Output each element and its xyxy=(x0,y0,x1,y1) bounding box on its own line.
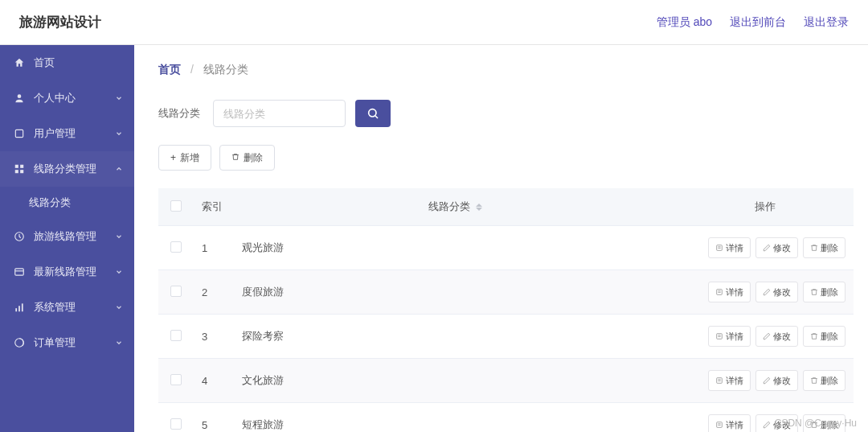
main: 首页 / 线路分类 线路分类 + 新增 xyxy=(134,45,868,432)
row-index: 5 xyxy=(194,403,234,433)
col-index[interactable]: 索引 xyxy=(194,188,234,226)
edit-label: 修改 xyxy=(773,375,791,387)
row-checkbox[interactable] xyxy=(170,330,182,341)
svg-rect-10 xyxy=(18,306,20,311)
row-checkbox[interactable] xyxy=(170,286,182,297)
trash-icon xyxy=(810,288,818,296)
user-icon xyxy=(13,92,26,105)
order-icon xyxy=(13,336,26,349)
row-ops: 详情修改删除 xyxy=(685,282,845,302)
detail-button[interactable]: 详情 xyxy=(708,370,751,391)
trash-icon xyxy=(810,376,818,385)
edit-button[interactable]: 修改 xyxy=(755,326,798,347)
table-row: 2度假旅游详情修改删除 xyxy=(158,270,854,315)
col-category[interactable]: 线路分类 xyxy=(234,188,677,226)
detail-icon xyxy=(715,332,723,340)
edit-button[interactable]: 修改 xyxy=(755,370,798,391)
new-icon xyxy=(13,265,26,278)
chevron-down-icon xyxy=(115,128,123,140)
sidebar: 首页个人中心用户管理线路分类管理线路分类旅游线路管理最新线路管理系统管理订单管理 xyxy=(0,45,134,432)
svg-point-0 xyxy=(18,94,22,98)
row-delete-button[interactable]: 删除 xyxy=(803,237,845,258)
detail-label: 详情 xyxy=(726,242,743,254)
breadcrumb-sep: / xyxy=(190,63,194,76)
detail-button[interactable]: 详情 xyxy=(708,414,751,432)
row-delete-label: 删除 xyxy=(821,331,838,343)
edit-label: 修改 xyxy=(773,331,791,343)
search-button[interactable] xyxy=(355,100,391,127)
breadcrumb-home[interactable]: 首页 xyxy=(158,63,181,76)
logout-link[interactable]: 退出登录 xyxy=(804,15,849,30)
detail-button[interactable]: 详情 xyxy=(708,282,751,302)
svg-line-14 xyxy=(375,116,378,118)
edit-icon xyxy=(763,332,771,340)
row-ops: 详情修改删除 xyxy=(685,237,845,258)
delete-button[interactable]: 删除 xyxy=(219,145,275,171)
row-delete-label: 删除 xyxy=(821,375,838,387)
watermark: CSDN @Casey·Hu xyxy=(775,418,857,429)
detail-icon xyxy=(715,288,723,296)
category-filter-input[interactable] xyxy=(213,100,346,127)
table-row: 1观光旅游详情修改删除 xyxy=(158,226,854,270)
sidebar-item-label: 订单管理 xyxy=(34,335,115,350)
sidebar-item-label: 最新线路管理 xyxy=(34,265,115,279)
sidebar-item-0[interactable]: 首页 xyxy=(0,45,134,80)
row-delete-button[interactable]: 删除 xyxy=(803,326,845,347)
chevron-down-icon xyxy=(115,337,123,349)
add-button[interactable]: + 新增 xyxy=(158,145,211,171)
edit-button[interactable]: 修改 xyxy=(755,282,798,302)
svg-rect-9 xyxy=(15,308,17,311)
chevron-down-icon xyxy=(115,266,123,278)
filter-row: 线路分类 xyxy=(158,100,854,127)
svg-rect-4 xyxy=(15,170,18,173)
chevron-down-icon xyxy=(115,93,123,105)
data-table: 索引 线路分类 操作 1观光旅游详情修改删除2度假旅游详情修改删除3探险考察详情… xyxy=(158,188,854,432)
svg-rect-7 xyxy=(15,269,24,275)
detail-label: 详情 xyxy=(726,375,743,387)
to-frontend-link[interactable]: 退出到前台 xyxy=(730,15,786,30)
admin-link[interactable]: 管理员 abo xyxy=(657,15,712,30)
select-all-checkbox[interactable] xyxy=(170,200,182,212)
edit-icon xyxy=(763,421,771,429)
trash-icon xyxy=(810,332,818,340)
detail-button[interactable]: 详情 xyxy=(708,326,751,347)
row-delete-label: 删除 xyxy=(821,242,838,254)
edit-label: 修改 xyxy=(773,286,791,298)
row-delete-label: 删除 xyxy=(821,286,838,298)
svg-rect-5 xyxy=(20,170,23,173)
header: 旅游网站设计 管理员 abo 退出到前台 退出登录 xyxy=(0,0,868,45)
row-category: 文化旅游 xyxy=(234,359,677,403)
table-row: 5短程旅游详情修改删除 xyxy=(158,403,854,433)
sidebar-item-6[interactable]: 系统管理 xyxy=(0,290,134,325)
sidebar-item-label: 用户管理 xyxy=(34,126,115,141)
category-icon xyxy=(13,163,26,175)
site-title: 旅游网站设计 xyxy=(19,13,101,31)
sidebar-item-2[interactable]: 用户管理 xyxy=(0,116,134,151)
edit-button[interactable]: 修改 xyxy=(755,237,798,258)
edit-label: 修改 xyxy=(773,242,791,254)
row-delete-button[interactable]: 删除 xyxy=(803,282,845,302)
row-category: 探险考察 xyxy=(234,315,677,359)
sidebar-item-7[interactable]: 订单管理 xyxy=(0,325,134,360)
sidebar-item-1[interactable]: 个人中心 xyxy=(0,80,134,116)
sort-icon[interactable] xyxy=(476,204,482,211)
sidebar-item-3[interactable]: 线路分类管理 xyxy=(0,151,134,187)
breadcrumb: 首页 / 线路分类 xyxy=(144,45,868,88)
row-checkbox[interactable] xyxy=(170,241,182,253)
detail-label: 详情 xyxy=(726,419,743,431)
row-delete-button[interactable]: 删除 xyxy=(803,370,845,391)
home-icon xyxy=(13,56,26,69)
row-checkbox[interactable] xyxy=(170,418,182,430)
detail-button[interactable]: 详情 xyxy=(708,237,751,258)
sidebar-subitem-3-0[interactable]: 线路分类 xyxy=(0,187,134,219)
row-index: 4 xyxy=(194,359,234,403)
table-row: 3探险考察详情修改删除 xyxy=(158,315,854,359)
detail-icon xyxy=(715,421,723,429)
sidebar-item-5[interactable]: 最新线路管理 xyxy=(0,254,134,290)
row-checkbox[interactable] xyxy=(170,374,182,385)
sidebar-item-label: 个人中心 xyxy=(34,91,115,105)
trash-icon xyxy=(231,152,240,163)
chevron-up-icon xyxy=(115,163,123,175)
sidebar-item-4[interactable]: 旅游线路管理 xyxy=(0,219,134,254)
row-index: 2 xyxy=(194,270,234,315)
